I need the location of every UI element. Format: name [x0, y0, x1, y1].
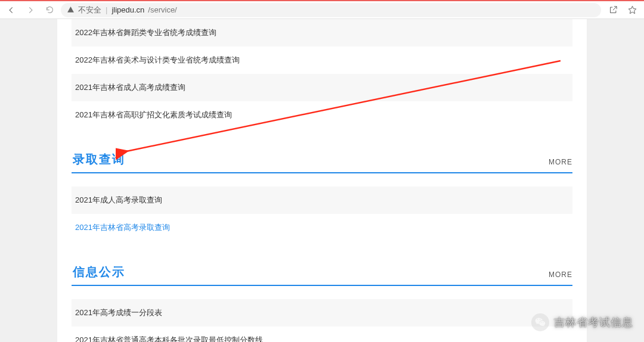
list-item-link[interactable]: 2022年吉林省美术与设计类专业省统考成绩查询 [75, 55, 240, 66]
svg-marker-0 [628, 6, 636, 14]
browser-toolbar: 不安全 | jlipedu.cn/service/ [0, 1, 644, 19]
address-bar[interactable]: 不安全 | jlipedu.cn/service/ [61, 3, 601, 17]
back-button[interactable] [4, 3, 19, 17]
list-item[interactable]: 2022年吉林省舞蹈类专业省统考成绩查询 [72, 19, 572, 46]
list-item[interactable]: 2021年吉林省高职扩招文化素质考试成绩查询 [72, 101, 572, 129]
list-item-link[interactable]: 2021年吉林省成人高考成绩查询 [75, 82, 185, 93]
section-header-admission: 录取查询 MORE [72, 151, 572, 173]
list-item[interactable]: 2021年高考成绩一分段表 [72, 299, 572, 327]
main-content: 2022年吉林省舞蹈类专业省统考成绩查询 2022年吉林省美术与设计类专业省统考… [57, 19, 587, 342]
security-warning-icon [67, 6, 75, 14]
section-title: 信息公示 [73, 264, 125, 280]
url-path: /service/ [148, 5, 177, 14]
share-icon[interactable] [605, 3, 621, 17]
list-item[interactable]: 2021年吉林省普通高考本科各批次录取最低控制分数线 [72, 327, 572, 342]
list-item[interactable]: 2021年成人高考录取查询 [72, 186, 572, 214]
list-item[interactable]: 2021年吉林省成人高考成绩查询 [72, 74, 572, 101]
list-item-link[interactable]: 2021年吉林省高考录取查询 [75, 222, 170, 233]
reload-button[interactable] [42, 3, 57, 17]
toolbar-right [601, 3, 640, 17]
bookmark-star-icon[interactable] [624, 3, 640, 17]
list-item-link[interactable]: 2021年吉林省普通高考本科各批次录取最低控制分数线 [75, 335, 263, 342]
url-host: jlipedu.cn [112, 5, 144, 14]
list-item-link[interactable]: 2021年成人高考录取查询 [75, 195, 162, 206]
list-item-link[interactable]: 2021年高考成绩一分段表 [75, 307, 162, 318]
separator: | [106, 5, 107, 14]
more-link[interactable]: MORE [549, 271, 572, 280]
more-link[interactable]: MORE [549, 158, 572, 167]
security-warning-text: 不安全 [78, 5, 101, 15]
list-item[interactable]: 2021年吉林省高考录取查询 [72, 214, 572, 241]
list-item[interactable]: 2022年吉林省美术与设计类专业省统考成绩查询 [72, 46, 572, 74]
forward-button[interactable] [23, 3, 38, 17]
nav-button-group [4, 3, 61, 17]
page-background: 2022年吉林省舞蹈类专业省统考成绩查询 2022年吉林省美术与设计类专业省统考… [0, 19, 644, 342]
section-title: 录取查询 [73, 151, 125, 167]
list-item-link[interactable]: 2021年吉林省高职扩招文化素质考试成绩查询 [75, 110, 232, 120]
spacer [72, 173, 572, 186]
spacer [72, 286, 572, 299]
section-header-info: 信息公示 MORE [72, 264, 572, 286]
list-item-link[interactable]: 2022年吉林省舞蹈类专业省统考成绩查询 [75, 27, 216, 38]
